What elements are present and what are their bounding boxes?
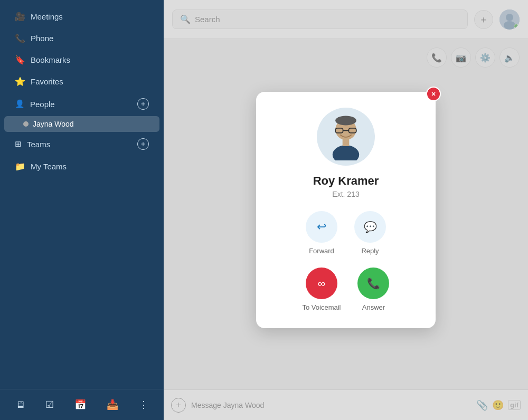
voicemail-button[interactable]: ∞ <box>306 268 337 299</box>
svg-rect-10 <box>343 139 350 146</box>
incoming-call-modal: × <box>256 92 436 328</box>
sidebar-nav: 🎥 Meetings 📞 Phone 🔖 Bookmarks ⭐ Favorit… <box>0 0 164 389</box>
favorites-icon: ⭐ <box>15 77 25 87</box>
forward-action[interactable]: ↩ Forward <box>306 211 337 255</box>
sidebar-teams-section[interactable]: ⊞ Teams ＋ <box>4 133 159 155</box>
reply-button[interactable]: 💬 <box>354 211 386 243</box>
inbox-icon[interactable]: 📥 <box>103 396 121 414</box>
svg-point-5 <box>335 116 356 125</box>
sidebar-item-label: My Teams <box>31 162 67 171</box>
subitem-label: Jayna Wood <box>33 120 74 128</box>
phone-icon: 📞 <box>15 33 25 43</box>
voicemail-label: To Voicemail <box>303 303 341 311</box>
sidebar-item-phone[interactable]: 📞 Phone <box>4 28 159 49</box>
modal-top-actions: ↩ Forward 💬 Reply <box>306 211 386 255</box>
voicemail-action[interactable]: ∞ To Voicemail <box>303 268 341 311</box>
sidebar: 🎥 Meetings 📞 Phone 🔖 Bookmarks ⭐ Favorit… <box>0 0 164 420</box>
presence-dot <box>23 121 29 127</box>
folder-icon: 📁 <box>15 161 25 171</box>
sidebar-item-label: Phone <box>31 34 53 43</box>
voicemail-icon: ∞ <box>318 278 325 290</box>
caller-ext: Ext. 213 <box>332 190 359 198</box>
meetings-icon: 🎥 <box>15 12 25 22</box>
modal-overlay: × <box>164 0 528 420</box>
sidebar-item-label: Favorites <box>31 77 63 86</box>
forward-label: Forward <box>309 247 334 255</box>
sidebar-item-myteams[interactable]: 📁 My Teams <box>4 156 159 177</box>
caller-avatar <box>317 108 375 166</box>
answer-icon: 📞 <box>367 277 380 290</box>
answer-label: Answer <box>362 303 385 311</box>
modal-close-button[interactable]: × <box>426 87 441 101</box>
people-icon: 👤 <box>15 99 25 109</box>
bookmarks-icon: 🔖 <box>15 55 25 65</box>
forward-button[interactable]: ↩ <box>306 211 337 243</box>
reply-action[interactable]: 💬 Reply <box>354 211 386 255</box>
add-people-button[interactable]: ＋ <box>137 98 149 110</box>
calendar-icon[interactable]: 📅 <box>71 396 89 414</box>
sidebar-item-meetings[interactable]: 🎥 Meetings <box>4 6 159 27</box>
main-area: 🔍 ＋ 📞 📷 ⚙️ 🔈 <box>164 0 528 420</box>
sidebar-item-bookmarks[interactable]: 🔖 Bookmarks <box>4 50 159 70</box>
sidebar-bottom: 🖥 ☑ 📅 📥 ⋮ <box>0 389 164 420</box>
forward-icon: ↩ <box>317 220 326 234</box>
reply-icon: 💬 <box>364 221 377 233</box>
teams-label: Teams <box>27 140 50 149</box>
sidebar-item-favorites[interactable]: ⭐ Favorites <box>4 71 159 92</box>
sidebar-item-label: Bookmarks <box>31 55 70 64</box>
answer-button[interactable]: 📞 <box>357 268 389 299</box>
caller-name: Roy Kramer <box>313 174 379 188</box>
answer-action[interactable]: 📞 Answer <box>357 268 389 311</box>
screen-icon[interactable]: 🖥 <box>12 396 28 414</box>
people-label: People <box>30 100 55 109</box>
more-icon[interactable]: ⋮ <box>136 396 152 414</box>
sidebar-item-label: Meetings <box>31 12 63 21</box>
sidebar-subitem-jayna[interactable]: Jayna Wood <box>4 116 159 132</box>
teams-icon: ⊞ <box>15 139 22 149</box>
sidebar-people-section[interactable]: 👤 People ＋ <box>4 93 159 115</box>
check-icon[interactable]: ☑ <box>42 396 57 414</box>
reply-label: Reply <box>361 247 379 255</box>
modal-bottom-actions: ∞ To Voicemail 📞 Answer <box>303 268 390 311</box>
add-teams-button[interactable]: ＋ <box>137 138 149 150</box>
